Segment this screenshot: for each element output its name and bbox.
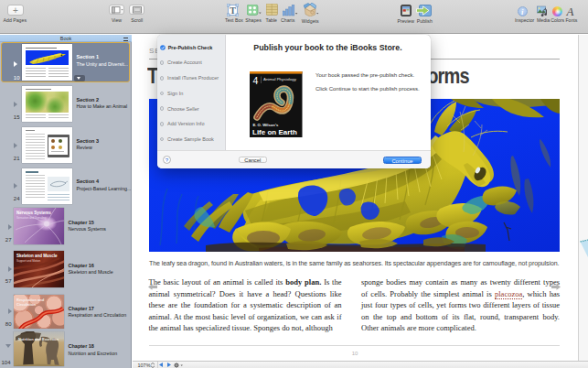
svg-text:Animal Physiology: Animal Physiology bbox=[263, 77, 297, 81]
svg-text:T: T bbox=[230, 5, 236, 16]
svg-text:Life on Earth: Life on Earth bbox=[252, 127, 297, 135]
svg-text:4: 4 bbox=[253, 74, 259, 85]
svg-text:E. O. Wilson's: E. O. Wilson's bbox=[253, 123, 279, 127]
